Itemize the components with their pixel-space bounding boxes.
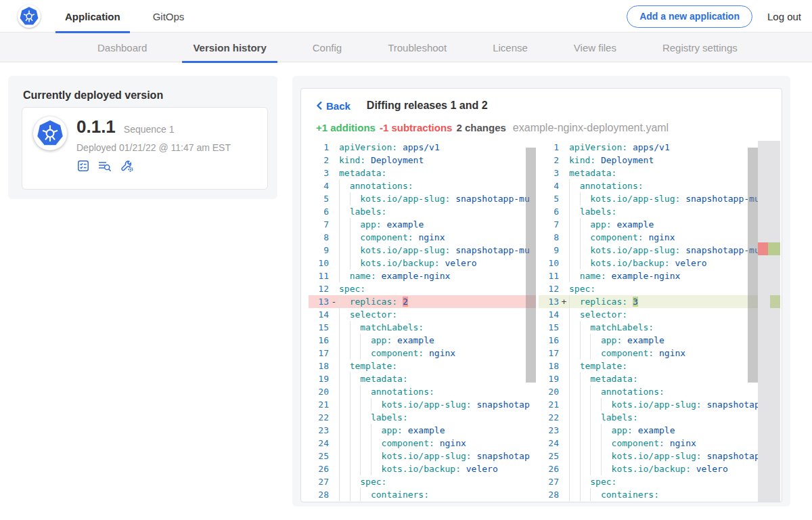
diff-row: 27spec: bbox=[539, 475, 758, 488]
back-link[interactable]: Back bbox=[316, 100, 351, 112]
diff-row: 25kots.io/app-slug: snapshotap bbox=[309, 450, 536, 462]
diff-sign bbox=[329, 385, 339, 398]
diff-sign bbox=[329, 334, 339, 347]
diff-row: 23app: example bbox=[309, 424, 536, 437]
line-number: 18 bbox=[539, 360, 559, 372]
line-number: 11 bbox=[309, 269, 329, 282]
kubernetes-logo bbox=[18, 5, 41, 28]
diff-sign bbox=[329, 218, 339, 231]
code-line: matchLabels: bbox=[569, 321, 758, 334]
code-line: replicas: 3 bbox=[569, 295, 758, 308]
line-number: 25 bbox=[309, 450, 329, 462]
line-number: 5 bbox=[309, 192, 329, 205]
line-number: 28 bbox=[309, 488, 329, 501]
line-number: 10 bbox=[309, 257, 329, 269]
line-number: 12 bbox=[539, 282, 559, 295]
line-number: 27 bbox=[309, 475, 329, 488]
diff-row: 21kots.io/app-slug: snapshotap bbox=[539, 398, 758, 411]
diff-sign bbox=[559, 372, 569, 385]
view-files-icon[interactable] bbox=[97, 159, 112, 173]
kubernetes-logo-icon bbox=[19, 6, 39, 26]
diff-row: 19metadata: bbox=[309, 372, 536, 385]
diff-row: 3metadata: bbox=[539, 167, 758, 179]
code-line: template: bbox=[339, 360, 536, 372]
line-number: 3 bbox=[539, 167, 559, 179]
diff-sign bbox=[559, 141, 569, 154]
diff-sign bbox=[329, 475, 339, 488]
code-line: kind: Deployment bbox=[339, 154, 536, 167]
line-number: 22 bbox=[309, 411, 329, 424]
diff-row: 23app: example bbox=[539, 424, 758, 437]
tab-gitops[interactable]: GitOps bbox=[137, 0, 201, 32]
diff-row: 24component: nginx bbox=[539, 437, 758, 450]
line-number: 22 bbox=[539, 411, 559, 424]
line-number: 20 bbox=[539, 385, 559, 398]
diff-sign bbox=[559, 231, 569, 244]
diff-row: 14selector: bbox=[539, 308, 758, 321]
diff-row: 22labels: bbox=[309, 411, 536, 424]
code-line: component: nginx bbox=[569, 437, 758, 450]
diff-row: 16app: example bbox=[309, 334, 536, 347]
subnav-item-view-files[interactable]: View files bbox=[551, 32, 639, 62]
diff-sign bbox=[559, 244, 569, 257]
code-line: apiVersion: apps/v1 bbox=[339, 141, 536, 154]
diff-row: 14selector: bbox=[309, 308, 536, 321]
line-number: 28 bbox=[539, 488, 559, 501]
line-number: 15 bbox=[539, 321, 559, 334]
code-line: replicas: 2 bbox=[339, 295, 536, 308]
changes-count: 2 changes bbox=[456, 122, 505, 133]
subnav-item-config[interactable]: Config bbox=[290, 32, 365, 62]
diff-sign bbox=[329, 321, 339, 334]
troubleshoot-tools-icon[interactable] bbox=[120, 159, 135, 173]
line-number: 2 bbox=[539, 154, 559, 167]
diff-row: 26kots.io/backup: velero bbox=[309, 462, 536, 475]
code-line: metadata: bbox=[339, 167, 536, 179]
code-line: kots.io/app-slug: snapshotapp-mu bbox=[339, 244, 536, 257]
subnav-item-dashboard[interactable]: Dashboard bbox=[74, 32, 170, 62]
diff-filename: example-nginx-deployment.yaml bbox=[513, 122, 669, 134]
diff-sign bbox=[329, 462, 339, 475]
diff-row: 7app: example bbox=[309, 218, 536, 231]
code-line: kots.io/app-slug: snapshotap bbox=[569, 450, 758, 462]
diff-sign bbox=[559, 167, 569, 179]
code-line: component: nginx bbox=[339, 347, 536, 360]
diff-sign bbox=[329, 179, 339, 192]
diff-row: 8component: nginx bbox=[309, 231, 536, 244]
subnav-item-version-history[interactable]: Version history bbox=[170, 32, 289, 62]
line-number: 19 bbox=[539, 372, 559, 385]
add-application-button[interactable]: Add a new application bbox=[627, 5, 752, 28]
subnav-item-registry-settings[interactable]: Registry settings bbox=[639, 32, 761, 62]
subnav-item-license[interactable]: License bbox=[470, 32, 551, 62]
right-pane-scrollbar[interactable] bbox=[748, 148, 758, 383]
diff-sign bbox=[329, 244, 339, 257]
code-line: kots.io/app-slug: snapshotapp-mu bbox=[569, 192, 758, 205]
diff-sign bbox=[329, 231, 339, 244]
code-line: kots.io/backup: velero bbox=[339, 462, 536, 475]
line-number: 20 bbox=[309, 385, 329, 398]
config-checklist-icon[interactable] bbox=[76, 159, 90, 173]
line-number: 21 bbox=[309, 398, 329, 411]
tab-application[interactable]: Application bbox=[49, 0, 137, 32]
code-line: component: nginx bbox=[339, 231, 536, 244]
diff-row: 9kots.io/app-slug: snapshotapp-mu bbox=[309, 244, 536, 257]
diff-sign bbox=[559, 218, 569, 231]
code-line: kots.io/app-slug: snapshotapp-mu bbox=[339, 192, 536, 205]
diff-title: Diffing releases 1 and 2 bbox=[367, 100, 488, 112]
code-line: kots.io/backup: velero bbox=[569, 257, 758, 269]
diff-row: 5kots.io/app-slug: snapshotapp-mu bbox=[309, 192, 536, 205]
logout-button[interactable]: Log out bbox=[767, 11, 801, 22]
line-number: 26 bbox=[539, 462, 559, 475]
diff-pane-original[interactable]: 1apiVersion: apps/v12kind: Deployment3me… bbox=[309, 141, 536, 502]
left-pane-scrollbar[interactable] bbox=[526, 148, 536, 383]
diff-row: 1apiVersion: apps/v1 bbox=[309, 141, 536, 154]
kubernetes-app-icon bbox=[36, 119, 64, 148]
subnav-item-troubleshoot[interactable]: Troubleshoot bbox=[365, 32, 470, 62]
diff-pane-modified[interactable]: 1apiVersion: apps/v12kind: Deployment3me… bbox=[539, 141, 780, 502]
code-line: labels: bbox=[569, 205, 758, 218]
diff-row: 13+replicas: 3 bbox=[539, 295, 758, 308]
code-line: annotations: bbox=[339, 385, 536, 398]
line-number: 21 bbox=[539, 398, 559, 411]
code-line: app: example bbox=[569, 334, 758, 347]
diff-sign bbox=[329, 192, 339, 205]
line-number: 4 bbox=[539, 179, 559, 192]
